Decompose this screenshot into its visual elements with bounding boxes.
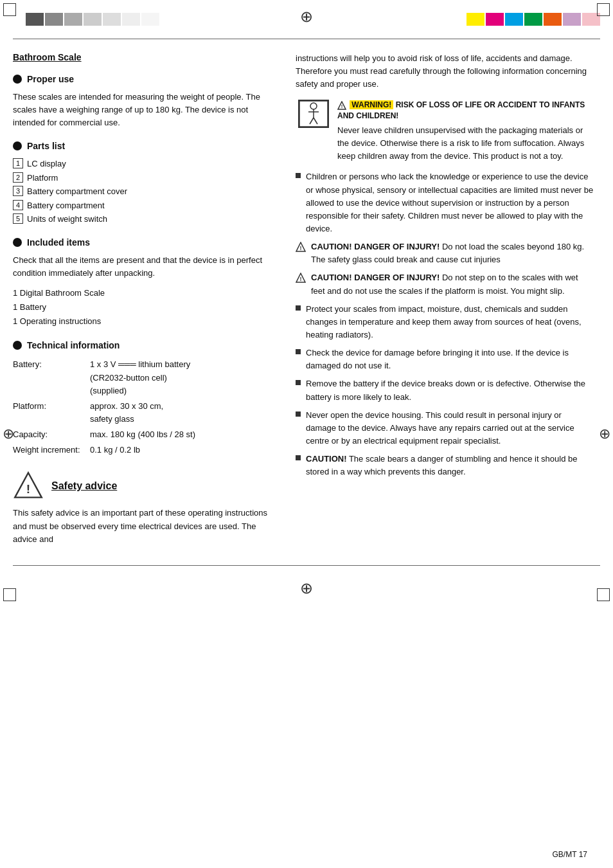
right-bullet-list: Children or persons who lack the knowled… [296, 170, 594, 235]
bullet-text: CAUTION! The scale bears a danger of stu… [306, 453, 594, 478]
included-items-label: Included items [27, 237, 90, 248]
list-item: 4 Battery compartment [13, 199, 276, 212]
list-item: Never open the device housing. This coul… [296, 409, 594, 448]
color-swatch-yellow [466, 13, 484, 26]
square-bullet [296, 455, 301, 460]
included-items-bullet [13, 238, 22, 247]
list-item: Remove the battery if the device breaks … [296, 377, 594, 403]
color-swatch-gray6 [122, 13, 140, 26]
list-item: CAUTION! The scale bears a danger of stu… [296, 453, 594, 478]
list-item: 5 Units of weight switch [13, 213, 276, 226]
table-row: Capacity: max. 180 kg (400 lbs / 28 st) [13, 427, 276, 442]
right-column: instructions will help you to avoid risk… [289, 52, 594, 552]
tech-label: Weight increment: [13, 442, 90, 458]
color-swatch-cyan [505, 13, 523, 26]
warning-triangle-icon: ! [337, 101, 346, 110]
list-item: 1 Digital Bathroom Scale [13, 286, 276, 300]
safety-advice-heading-box: ! Safety advice [13, 471, 276, 502]
safety-advice-intro: This safety advice is an important part … [13, 507, 276, 545]
parts-list: 1 LC display 2 Platform 3 Battery compar… [13, 158, 276, 226]
warning-body-text: Never leave children unsupervised with t… [337, 124, 594, 163]
proper-use-bullet [13, 75, 22, 84]
proper-use-body: These scales are intended for measuring … [13, 91, 276, 129]
included-items-intro: Check that all the items are present and… [13, 254, 276, 280]
bullet-text: Children or persons who lack the knowled… [306, 170, 594, 235]
square-bullet [296, 380, 301, 385]
square-bullet [296, 305, 301, 311]
color-swatch-gray5 [103, 13, 121, 26]
child-warning-svg [299, 101, 328, 127]
color-bar-right [466, 13, 600, 26]
safety-advice-title: Safety advice [51, 480, 117, 492]
bottom-registration-bar: ⊕ [0, 572, 613, 604]
list-item: 2 Platform [13, 172, 276, 185]
table-row: Weight increment: 0.1 kg / 0.2 lb [13, 442, 276, 458]
color-swatch-orange [544, 13, 562, 26]
bullet-text: Protect your scales from impact, moistur… [306, 303, 594, 341]
square-bullet [296, 173, 301, 178]
tech-value: 0.1 kg / 0.2 lb [90, 442, 276, 458]
list-item: 1 LC display [13, 158, 276, 170]
tech-label: Battery: [13, 357, 90, 398]
svg-text:!: ! [341, 104, 343, 109]
warning-box: ! WARNING! RISK OF LOSS OF LIFE OR ACCID… [296, 100, 594, 163]
crosshair-bottom: ⊕ [300, 579, 313, 597]
tech-label: Platform: [13, 399, 90, 427]
reg-marks-left [13, 13, 159, 26]
included-items-heading: Included items [13, 237, 276, 248]
warning-headline: ! WARNING! RISK OF LOSS OF LIFE OR ACCID… [337, 100, 594, 122]
color-swatch-green [524, 13, 542, 26]
bullet-text: Remove the battery if the device breaks … [306, 377, 594, 403]
caution-item-1: ! CAUTION! DANGER OF INJURY! Do not load… [296, 240, 594, 266]
square-bullet [296, 349, 301, 354]
caution-triangle-icon-1: ! [296, 242, 306, 252]
proper-use-label: Proper use [27, 74, 74, 84]
warning-text-area: ! WARNING! RISK OF LOSS OF LIFE OR ACCID… [337, 100, 594, 163]
technical-table: Battery: 1 x 3 V ═══ lithium battery(CR2… [13, 357, 276, 458]
proper-use-heading: Proper use [13, 74, 276, 84]
list-item: Protect your scales from impact, moistur… [296, 303, 594, 341]
list-item: Check the device for damage before bring… [296, 347, 594, 372]
list-item: 1 Operating instructions [13, 314, 276, 329]
svg-text:!: ! [26, 483, 30, 496]
list-item: Children or persons who lack the knowled… [296, 170, 594, 235]
right-intro-text: instructions will help you to avoid risk… [296, 52, 594, 91]
page-content: Bathroom Scale Proper use These scales a… [0, 39, 613, 565]
caution-text-1: CAUTION! DANGER OF INJURY! Do not load t… [311, 240, 594, 266]
technical-info-heading: Technical information [13, 340, 276, 350]
tech-value: max. 180 kg (400 lbs / 28 st) [90, 427, 276, 442]
color-swatch-gray7 [141, 13, 159, 26]
warning-icon-img [298, 100, 329, 128]
left-column: Bathroom Scale Proper use These scales a… [13, 52, 289, 552]
table-row: Battery: 1 x 3 V ═══ lithium battery(CR2… [13, 357, 276, 398]
svg-text:!: ! [300, 276, 302, 282]
right-bullet-list-2: Protect your scales from impact, moistur… [296, 303, 594, 479]
corner-mark-tr [597, 3, 610, 16]
technical-info-bullet [13, 341, 22, 350]
warning-icon-area [296, 100, 331, 128]
warning-label-text: WARNING! [350, 100, 393, 109]
color-swatch-gray1 [26, 13, 44, 26]
caution-triangle-icon-2: ! [296, 273, 306, 283]
tech-value: 1 x 3 V ═══ lithium battery(CR2032-butto… [90, 357, 276, 398]
square-bullet [296, 411, 301, 417]
list-item: 1 Battery [13, 300, 276, 314]
caution-item-2: ! CAUTION! DANGER OF INJURY! Do not step… [296, 271, 594, 297]
color-swatch-magenta [486, 13, 504, 26]
corner-mark-tl [3, 3, 16, 16]
technical-info-label: Technical information [27, 340, 120, 350]
bullet-text: Check the device for damage before bring… [306, 347, 594, 372]
corner-mark-bl [3, 588, 16, 601]
top-registration-bar: ⊕ [0, 0, 613, 39]
list-item: 3 Battery compartment cover [13, 185, 276, 198]
tech-value: approx. 30 x 30 cm,safety glass [90, 399, 276, 427]
bullet-text: Never open the device housing. This coul… [306, 409, 594, 448]
table-row: Platform: approx. 30 x 30 cm,safety glas… [13, 399, 276, 427]
color-bar-left [26, 13, 159, 26]
parts-list-heading: Parts list [13, 141, 276, 151]
color-swatch-lilac [563, 13, 581, 26]
safety-triangle-icon: ! [13, 471, 44, 502]
color-swatch-gray3 [64, 13, 82, 26]
corner-mark-br [597, 588, 610, 601]
crosshair-top: ⊕ [300, 8, 313, 26]
